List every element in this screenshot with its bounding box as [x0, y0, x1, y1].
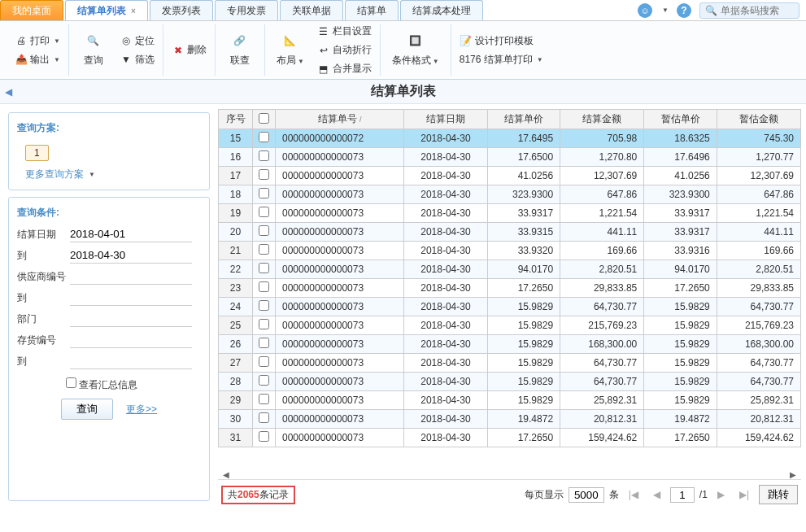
cond-format-button[interactable]: 🔲条件格式▼	[386, 24, 446, 76]
cell-check[interactable]	[253, 410, 276, 429]
stock-from-input[interactable]	[70, 332, 192, 348]
tab-special-invoice[interactable]: 专用发票	[215, 0, 278, 20]
table-row[interactable]: 310000000000000732018-04-3017.2650159,42…	[219, 429, 801, 447]
cell-check[interactable]	[253, 391, 276, 410]
col-amount[interactable]: 结算金额	[560, 110, 644, 129]
col-price[interactable]: 结算单价	[487, 110, 560, 129]
col-seq[interactable]: 序号	[219, 110, 253, 129]
row-checkbox[interactable]	[259, 356, 269, 367]
row-checkbox[interactable]	[259, 300, 269, 311]
filter-button[interactable]: ▼筛选	[116, 51, 158, 68]
summary-checkbox[interactable]: 查看汇总信息	[66, 379, 137, 390]
jump-button[interactable]: 跳转	[759, 485, 798, 504]
table-row[interactable]: 240000000000000732018-04-3015.982964,730…	[219, 298, 801, 316]
cell-check[interactable]	[253, 354, 276, 373]
date-to-input[interactable]	[70, 247, 192, 264]
cell-check[interactable]	[253, 279, 276, 298]
row-checkbox[interactable]	[259, 244, 269, 255]
row-checkbox[interactable]	[259, 394, 269, 404]
more-conditions-link[interactable]: 更多>>	[126, 403, 157, 416]
user-icon[interactable]: ☺	[638, 3, 652, 18]
cell-check[interactable]	[253, 373, 276, 391]
cell-check[interactable]	[253, 185, 276, 204]
supplier-to-input[interactable]	[70, 290, 192, 306]
table-row[interactable]: 260000000000000732018-04-3015.9829168,30…	[219, 335, 801, 354]
prev-page-button[interactable]: ◀	[648, 487, 665, 502]
cell-check[interactable]	[253, 223, 276, 242]
search-input[interactable]	[721, 5, 794, 16]
table-row[interactable]: 280000000000000732018-04-3015.982964,730…	[219, 373, 801, 391]
last-page-button[interactable]: ▶|	[734, 487, 754, 502]
select-all-checkbox[interactable]	[259, 113, 269, 124]
print-count-button[interactable]: 8176 结算单打印▼	[456, 51, 547, 68]
table-row[interactable]: 250000000000000732018-04-3015.9829215,76…	[219, 316, 801, 335]
tab-related-doc[interactable]: 关联单据	[280, 0, 343, 20]
auto-wrap-button[interactable]: ↩自动折行	[314, 41, 375, 59]
link-button[interactable]: 🔗联查	[220, 24, 259, 76]
next-page-button[interactable]: ▶	[712, 487, 730, 502]
stock-to-input[interactable]	[70, 353, 192, 369]
table-row[interactable]: 170000000000000732018-04-3041.025612,307…	[219, 167, 801, 185]
table-row[interactable]: 180000000000000732018-04-30323.9300647.8…	[219, 185, 801, 204]
table-row[interactable]: 200000000000000732018-04-3033.9315441.11…	[219, 223, 801, 242]
help-icon[interactable]: ?	[677, 3, 691, 18]
table-row[interactable]: 150000000000000722018-04-3017.6495705.98…	[219, 129, 801, 148]
row-checkbox[interactable]	[259, 412, 269, 423]
first-page-button[interactable]: |◀	[624, 487, 643, 502]
row-checkbox[interactable]	[259, 225, 269, 236]
table-row[interactable]: 290000000000000732018-04-3015.982925,892…	[219, 391, 801, 410]
row-checkbox[interactable]	[259, 375, 269, 386]
column-settings-button[interactable]: ☰栏目设置	[314, 23, 375, 40]
row-checkbox[interactable]	[259, 188, 269, 198]
table-row[interactable]: 160000000000000732018-04-3017.65001,270.…	[219, 148, 801, 167]
scroll-right-icon[interactable]: ▶	[786, 470, 799, 479]
row-checkbox[interactable]	[259, 281, 269, 292]
cell-check[interactable]	[253, 335, 276, 354]
col-est-price[interactable]: 暂估单价	[644, 110, 717, 129]
dept-input[interactable]	[70, 311, 192, 327]
query-submit-button[interactable]: 查询	[61, 399, 113, 420]
tab-invoice-list[interactable]: 发票列表	[150, 0, 213, 20]
row-checkbox[interactable]	[259, 132, 269, 142]
row-checkbox[interactable]	[259, 263, 269, 273]
date-from-input[interactable]	[70, 226, 192, 242]
supplier-from-input[interactable]	[70, 268, 192, 285]
cell-check[interactable]	[253, 260, 276, 279]
table-row[interactable]: 300000000000000732018-04-3019.487220,812…	[219, 410, 801, 429]
table-row[interactable]: 210000000000000732018-04-3033.9320169.66…	[219, 242, 801, 260]
cell-check[interactable]	[253, 316, 276, 335]
col-date[interactable]: 结算日期	[404, 110, 487, 129]
table-row[interactable]: 230000000000000732018-04-3017.265029,833…	[219, 279, 801, 298]
scroll-left-icon[interactable]: ◀	[220, 470, 233, 479]
chevron-down-icon[interactable]: ▼	[662, 7, 669, 14]
cell-check[interactable]	[253, 298, 276, 316]
col-est-amount[interactable]: 暂估金额	[717, 110, 800, 129]
row-checkbox[interactable]	[259, 169, 269, 180]
row-checkbox[interactable]	[259, 338, 269, 348]
tab-settlement-list[interactable]: 结算单列表×	[65, 0, 148, 20]
cell-check[interactable]	[253, 204, 276, 223]
merge-display-button[interactable]: ⬒合并显示	[314, 60, 375, 77]
layout-button[interactable]: 📐布局▼	[270, 24, 311, 76]
design-template-button[interactable]: 📝设计打印模板	[456, 33, 547, 50]
col-check[interactable]	[253, 110, 276, 129]
barcode-search[interactable]: 🔍	[699, 2, 799, 19]
row-checkbox[interactable]	[259, 319, 269, 329]
more-schemes-link[interactable]: 更多查询方案 ▼	[25, 168, 201, 181]
tab-cost-process[interactable]: 结算成本处理	[400, 0, 483, 20]
cell-check[interactable]	[253, 148, 276, 167]
delete-button[interactable]: ✖删除	[168, 41, 210, 59]
row-checkbox[interactable]	[259, 431, 269, 442]
tab-settlement[interactable]: 结算单	[345, 0, 399, 20]
cell-check[interactable]	[253, 429, 276, 447]
page-size-input[interactable]	[569, 487, 604, 503]
output-button[interactable]: 📤输出▼	[11, 51, 63, 68]
scheme-number[interactable]: 1	[25, 145, 49, 161]
nav-left-icon[interactable]: ◀	[5, 86, 12, 98]
locate-button[interactable]: ◎定位	[116, 33, 158, 50]
table-row[interactable]: 220000000000000732018-04-3094.01702,820.…	[219, 260, 801, 279]
col-number[interactable]: 结算单号/	[276, 110, 404, 129]
tab-desktop[interactable]: 我的桌面	[0, 0, 63, 20]
cell-check[interactable]	[253, 242, 276, 260]
print-button[interactable]: 🖨打印▼	[11, 33, 63, 50]
